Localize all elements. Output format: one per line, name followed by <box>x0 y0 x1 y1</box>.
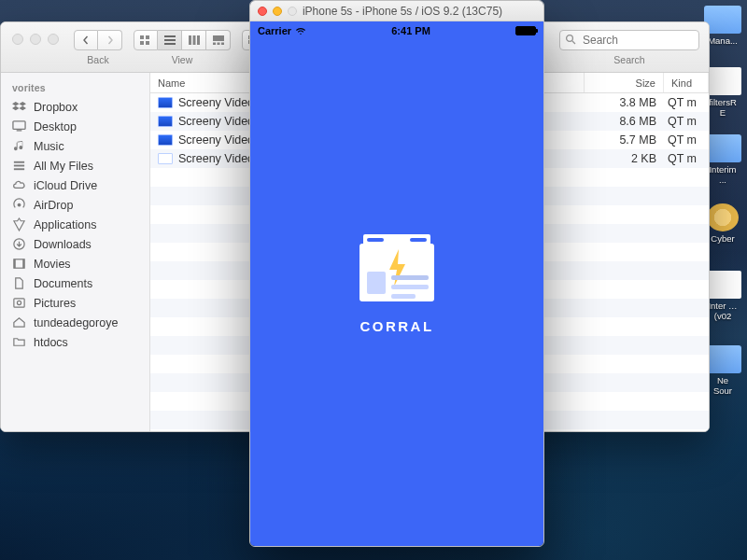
carrier-label: Carrier <box>258 25 291 36</box>
image-thumb-icon <box>704 67 741 95</box>
svg-rect-28 <box>14 259 16 268</box>
svg-rect-6 <box>164 43 176 45</box>
file-name: Screeny Video <box>178 152 254 165</box>
view-label: View <box>172 54 193 65</box>
folder-icon <box>704 134 741 162</box>
chevron-right-icon <box>106 35 115 45</box>
col-kind[interactable]: Kind <box>664 73 709 92</box>
svg-rect-34 <box>367 238 384 242</box>
window-controls[interactable] <box>10 30 63 45</box>
file-name: Screeny Video <box>178 96 254 109</box>
file-kind: QT m <box>664 115 709 128</box>
sidebar-item[interactable]: Music <box>1 136 149 156</box>
search-group: Search <box>559 30 699 65</box>
ios-simulator-window: iPhone 5s - iPhone 5s / iOS 9.2 (13C75) … <box>249 0 544 547</box>
simulator-screen[interactable]: Carrier 6:41 PM <box>250 21 543 546</box>
file-thumb-icon <box>158 134 173 146</box>
sidebar-item-label: Dropbox <box>34 101 78 114</box>
col-size[interactable]: Size <box>585 73 664 92</box>
close-icon[interactable] <box>12 34 23 45</box>
sidebar-item-label: Downloads <box>34 238 92 251</box>
svg-rect-5 <box>164 39 176 41</box>
sidebar-item[interactable]: Documents <box>1 273 149 293</box>
search-input[interactable] <box>559 30 699 50</box>
file-name: Screeny Video <box>178 115 254 128</box>
app-name: CORRAL <box>359 318 433 334</box>
zoom-icon[interactable] <box>48 34 59 45</box>
file-name: Screeny Video <box>178 133 254 147</box>
sidebar-item[interactable]: Dropbox <box>1 97 149 117</box>
file-thumb-icon <box>158 153 173 164</box>
svg-line-19 <box>572 41 575 44</box>
icloud-icon <box>12 178 26 192</box>
svg-rect-21 <box>17 130 22 131</box>
sidebar-item-label: tundeadegoroye <box>34 316 118 329</box>
file-kind: QT m <box>664 96 709 109</box>
back-button[interactable] <box>74 30 98 50</box>
sidebar-item[interactable]: iCloud Drive <box>1 175 149 195</box>
minimize-icon[interactable] <box>273 7 282 16</box>
sidebar-item-label: Movies <box>34 258 71 271</box>
zoom-icon[interactable] <box>288 7 297 16</box>
view-columns-button[interactable] <box>182 30 206 50</box>
sidebar-item[interactable]: Applications <box>1 215 149 234</box>
svg-rect-37 <box>391 275 429 280</box>
search-label: Search <box>613 54 644 65</box>
sidebar-item-label: All My Files <box>34 160 93 173</box>
svg-rect-38 <box>391 285 429 289</box>
svg-point-18 <box>567 35 573 42</box>
sidebar-item[interactable]: Downloads <box>1 234 149 254</box>
svg-rect-0 <box>140 35 144 39</box>
airdrop-icon <box>12 198 26 212</box>
wifi-icon <box>295 27 306 35</box>
file-size: 2 KB <box>585 152 664 165</box>
svg-rect-22 <box>14 161 24 163</box>
sidebar-item-label: htdocs <box>34 336 68 349</box>
forward-button[interactable] <box>98 30 122 50</box>
desktop-icon <box>12 119 26 133</box>
file-thumb-icon <box>158 116 173 127</box>
nav-group: Back <box>74 30 122 65</box>
svg-rect-23 <box>14 165 24 167</box>
file-kind: QT m <box>664 133 709 147</box>
window-controls[interactable] <box>258 7 297 16</box>
sidebar-item-label: Pictures <box>34 297 76 310</box>
minimize-icon[interactable] <box>30 34 41 45</box>
file-size: 5.7 MB <box>585 133 664 147</box>
view-gallery-button[interactable] <box>206 30 231 50</box>
image-thumb-icon <box>704 271 741 299</box>
sidebar-item[interactable]: All My Files <box>1 156 149 175</box>
svg-rect-9 <box>197 35 200 45</box>
file-thumb-icon <box>158 97 173 108</box>
close-icon[interactable] <box>258 7 267 16</box>
downloads-icon <box>12 237 26 251</box>
apps-icon <box>12 217 26 231</box>
folder-icon <box>704 345 741 373</box>
svg-rect-13 <box>221 43 224 46</box>
grid-icon <box>140 35 151 45</box>
gallery-icon <box>213 35 224 45</box>
view-list-button[interactable] <box>158 30 182 50</box>
svg-rect-39 <box>391 294 416 299</box>
all-files-icon <box>12 159 26 173</box>
sidebar-item[interactable]: htdocs <box>1 332 149 352</box>
view-icons-button[interactable] <box>134 30 158 50</box>
sidebar-item[interactable]: Desktop <box>1 117 149 136</box>
sidebar-item-label: Applications <box>34 218 96 231</box>
sidebar-item[interactable]: Pictures <box>1 293 149 313</box>
dropbox-icon <box>12 100 26 114</box>
svg-rect-29 <box>22 259 24 268</box>
folder-icon <box>704 6 741 34</box>
battery-icon <box>515 26 536 35</box>
sidebar-item[interactable]: AirDrop <box>1 195 149 215</box>
sidebar-item[interactable]: Movies <box>1 254 149 273</box>
simulator-title: iPhone 5s - iPhone 5s / iOS 9.2 (13C75) <box>297 5 536 18</box>
documents-icon <box>12 276 26 290</box>
music-icon <box>12 139 26 153</box>
sidebar-item-label: Desktop <box>34 120 77 133</box>
file-kind: QT m <box>664 152 709 165</box>
finder-sidebar: vorites DropboxDesktopMusicAll My Filesi… <box>1 73 150 431</box>
simulator-titlebar[interactable]: iPhone 5s - iPhone 5s / iOS 9.2 (13C75) <box>250 1 543 21</box>
sidebar-item[interactable]: tundeadegoroye <box>1 313 149 332</box>
view-group: View <box>134 30 231 65</box>
